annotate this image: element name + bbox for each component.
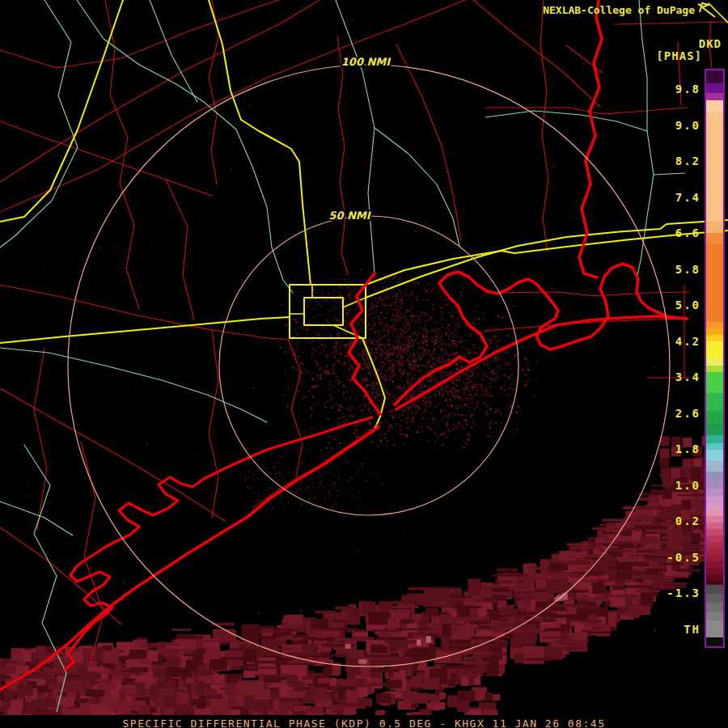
colorbar-tick-label: 3.4	[644, 371, 700, 383]
ring-label-50nmi: 50 NMI	[328, 210, 371, 222]
colorbar-segment	[706, 472, 723, 480]
colorbar-segment	[706, 568, 723, 574]
colorbar-segment	[706, 435, 723, 443]
product-units-label: [PHAS]	[656, 49, 702, 62]
colorbar-segment	[706, 244, 723, 322]
colorbar-segment	[706, 322, 723, 328]
radar-display: 100 NMI 50 NMI NEXLAB-College of DuPage …	[0, 0, 728, 728]
colorbar-tick-label: 8.2	[644, 155, 700, 167]
colorbar-segment	[706, 529, 723, 535]
colorbar-segment	[706, 461, 723, 472]
colorbar-segment	[706, 372, 723, 393]
colorbar-segment	[706, 112, 723, 222]
product-code-label: DKD	[699, 37, 722, 50]
colorbar-tick-label: 5.8	[644, 264, 700, 275]
colorbar-segment	[706, 503, 723, 510]
colorbar-segment	[706, 480, 723, 489]
colorbar-segment	[706, 620, 723, 637]
colorbar-segment	[706, 411, 723, 424]
colorbar-segment	[706, 637, 723, 646]
colorbar-segment	[706, 542, 723, 548]
colorbar-tick-label: 2.6	[644, 408, 700, 419]
branding: NEXLAB-College of DuPage	[543, 2, 717, 18]
colorbar-segment	[706, 510, 723, 516]
colorbar-segment	[706, 100, 723, 112]
colorbar-segment	[706, 574, 723, 580]
colorbar-segment	[706, 561, 723, 568]
colorbar-segment	[706, 555, 723, 561]
colorbar	[705, 69, 725, 648]
colorbar-tick-label: -1.3	[644, 587, 700, 599]
colorbar-segment	[706, 450, 723, 461]
colorbar-tick-label: 1.0	[644, 480, 700, 491]
colorbar-tick-label: 0.2	[644, 515, 700, 527]
colorbar-segment	[706, 233, 723, 244]
colorbar-tick-label: 1.8	[644, 443, 700, 455]
brand-text: NEXLAB-College of DuPage	[543, 4, 695, 16]
colorbar-segment	[706, 443, 723, 450]
colorbar-segment	[706, 612, 723, 620]
colorbar-segment	[706, 603, 723, 612]
colorbar-segment	[706, 328, 723, 335]
colorbar-tick-label: 6.6	[644, 227, 700, 239]
colorbar-segment	[706, 496, 723, 503]
colorbar-segment	[706, 516, 723, 523]
colorbar-segment	[706, 523, 723, 529]
colorbar-segment	[706, 489, 723, 496]
colorbar-tick-label: 4.2	[644, 336, 700, 347]
colorbar-segment	[706, 93, 723, 100]
colorbar-tick-label: 7.4	[644, 192, 700, 203]
colorbar-segment	[706, 535, 723, 542]
colorbar-segment	[706, 393, 723, 411]
colorbar-segment	[706, 83, 723, 93]
colorbar-segment	[706, 548, 723, 555]
colorbar-segment	[706, 424, 723, 435]
ring-label-100nmi: 100 NMI	[341, 56, 392, 68]
colorbar-tick-label: TH	[644, 624, 700, 635]
colorbar-segment	[706, 594, 723, 603]
title-bar-text: SPECIFIC DIFFERENTIAL PHASE (KDP) 0.5 DE…	[123, 717, 606, 728]
colorbar-tick-label: 5.0	[644, 299, 700, 311]
colorbar-segment	[706, 341, 723, 359]
colorbar-segment	[706, 70, 723, 83]
colorbar-segment	[706, 222, 723, 233]
colorbar-tick-label: 9.8	[644, 83, 700, 95]
colorbar-segment	[706, 366, 723, 372]
colorbar-segment	[706, 585, 723, 594]
colorbar-tick-label: -0.5	[644, 552, 700, 563]
colorbar-segment	[706, 359, 723, 366]
colorbar-tick-label: 9.0	[644, 120, 700, 131]
cod-weathervane-icon	[697, 2, 717, 18]
radar-map: 100 NMI 50 NMI	[0, 0, 728, 728]
title-bar: SPECIFIC DIFFERENTIAL PHASE (KDP) 0.5 DE…	[0, 715, 728, 728]
colorbar-segment	[706, 335, 723, 341]
